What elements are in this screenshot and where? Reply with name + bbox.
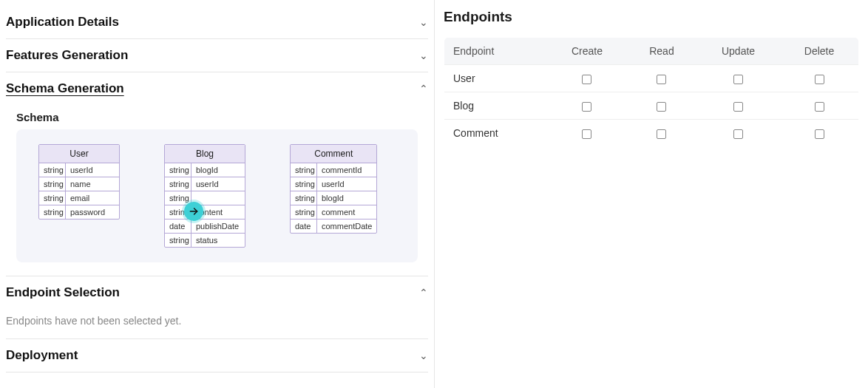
chevron-up-icon: ⌃ [419, 287, 428, 299]
entity-type: string [39, 163, 66, 177]
section-deployment: Deployment ⌄ [6, 339, 428, 372]
col-create: Create [547, 38, 627, 65]
entity-type: string [39, 177, 66, 191]
col-endpoint: Endpoint [444, 38, 547, 65]
section-application-details-header[interactable]: Application Details ⌄ [6, 6, 428, 38]
entity-type: string [291, 163, 317, 177]
entity-user[interactable]: User stringuserId stringname stringemail… [38, 144, 120, 219]
entity-type: string [165, 234, 191, 247]
entity-row: stringuserId [39, 163, 119, 177]
table-row: User [444, 65, 859, 92]
entity-row: stringuserId [165, 177, 245, 191]
entity-type: string [291, 205, 317, 219]
entity-type: string [291, 191, 317, 205]
entity-row: stringcomment [291, 205, 376, 219]
entity-type: string [165, 191, 191, 205]
entity-comment[interactable]: Comment stringcommentId stringuserId str… [290, 144, 377, 234]
entity-type: string [165, 177, 191, 191]
entity-name: Comment [291, 145, 376, 163]
endpoint-name: User [444, 65, 547, 92]
entity-field: publishDate [191, 219, 245, 233]
entity-field: status [191, 234, 245, 247]
entity-field [191, 191, 245, 205]
entity-blog[interactable]: Blog stringblogId stringuserId string st… [164, 144, 245, 248]
table-row: Blog [444, 92, 859, 120]
entity-type: date [165, 219, 191, 233]
entity-row: stringuserId [291, 177, 376, 191]
section-features-generation-header[interactable]: Features Generation ⌄ [6, 39, 428, 72]
entity-row: datecommentDate [291, 219, 376, 233]
section-features-generation: Features Generation ⌄ [6, 39, 428, 72]
section-application-details-title: Application Details [6, 15, 119, 30]
table-row: Comment [444, 120, 859, 147]
entity-row: stringcontent [165, 205, 245, 219]
entity-row: stringpassword [39, 205, 119, 219]
entity-field: userId [191, 177, 245, 191]
schema-canvas: User stringuserId stringname stringemail… [16, 129, 418, 262]
entity-type: string [165, 163, 191, 177]
col-update: Update [696, 38, 780, 65]
checkbox-blog-create[interactable] [582, 102, 591, 112]
chevron-down-icon: ⌄ [419, 350, 428, 361]
table-header-row: Endpoint Create Read Update Delete [444, 38, 859, 65]
entity-type: string [291, 177, 317, 191]
section-features-generation-title: Features Generation [6, 48, 128, 63]
col-delete: Delete [780, 38, 858, 65]
entity-row: string [165, 191, 245, 205]
schema-subtitle: Schema [6, 105, 428, 129]
entity-row: stringcommentId [291, 163, 376, 177]
entity-field: commentDate [317, 219, 376, 233]
entity-field: email [66, 191, 119, 205]
entity-field: userId [317, 177, 376, 191]
section-schema-generation: Schema Generation ⌃ Schema User stringus… [6, 72, 428, 276]
entity-name: User [39, 145, 119, 163]
checkbox-user-create[interactable] [582, 75, 591, 84]
entity-field: commentId [317, 163, 376, 177]
endpoint-name: Blog [444, 92, 547, 120]
entity-type: date [291, 219, 317, 233]
checkbox-blog-delete[interactable] [815, 102, 824, 112]
chevron-up-icon: ⌃ [419, 83, 428, 95]
entity-field: blogId [317, 191, 376, 205]
endpoints-table: Endpoint Create Read Update Delete User … [444, 37, 859, 147]
section-application-details: Application Details ⌄ [6, 6, 428, 39]
entity-row: datepublishDate [165, 219, 245, 234]
checkbox-comment-delete[interactable] [815, 129, 824, 139]
section-endpoint-selection-header[interactable]: Endpoint Selection ⌃ [6, 276, 428, 309]
col-read: Read [627, 38, 696, 65]
checkbox-comment-update[interactable] [733, 129, 743, 139]
cursor-pointer-icon [184, 202, 203, 221]
checkbox-comment-create[interactable] [582, 129, 591, 139]
section-endpoint-selection-title: Endpoint Selection [6, 285, 120, 300]
checkbox-blog-update[interactable] [733, 102, 743, 112]
checkbox-user-delete[interactable] [815, 75, 824, 84]
endpoints-title: Endpoints [444, 9, 859, 25]
endpoint-selection-note: Endpoints have not been selected yet. [6, 309, 428, 338]
section-deployment-header[interactable]: Deployment ⌄ [6, 339, 428, 372]
left-panel: Application Details ⌄ Features Generatio… [0, 0, 435, 388]
entity-field: userId [66, 163, 119, 177]
entity-row: stringname [39, 177, 119, 191]
entity-row: stringstatus [165, 234, 245, 247]
chevron-down-icon: ⌄ [419, 16, 428, 28]
entity-row: stringemail [39, 191, 119, 205]
section-endpoint-selection: Endpoint Selection ⌃ Endpoints have not … [6, 276, 428, 339]
chevron-down-icon: ⌄ [419, 50, 428, 61]
section-deployment-title: Deployment [6, 348, 78, 363]
right-panel: Endpoints Endpoint Create Read Update De… [435, 0, 868, 388]
checkbox-blog-read[interactable] [657, 102, 666, 112]
section-schema-generation-title: Schema Generation [6, 81, 124, 96]
section-schema-generation-header[interactable]: Schema Generation ⌃ [6, 72, 428, 105]
checkbox-user-update[interactable] [733, 75, 743, 84]
checkbox-user-read[interactable] [657, 75, 666, 84]
entity-field: comment [317, 205, 376, 219]
entity-row: stringblogId [165, 163, 245, 177]
entity-type: string [39, 191, 66, 205]
entity-type: string [39, 205, 66, 219]
entity-field: password [66, 205, 119, 219]
endpoint-name: Comment [444, 120, 547, 147]
entity-name: Blog [165, 145, 245, 163]
checkbox-comment-read[interactable] [657, 129, 666, 139]
entity-row: stringblogId [291, 191, 376, 205]
entity-field: blogId [191, 163, 245, 177]
